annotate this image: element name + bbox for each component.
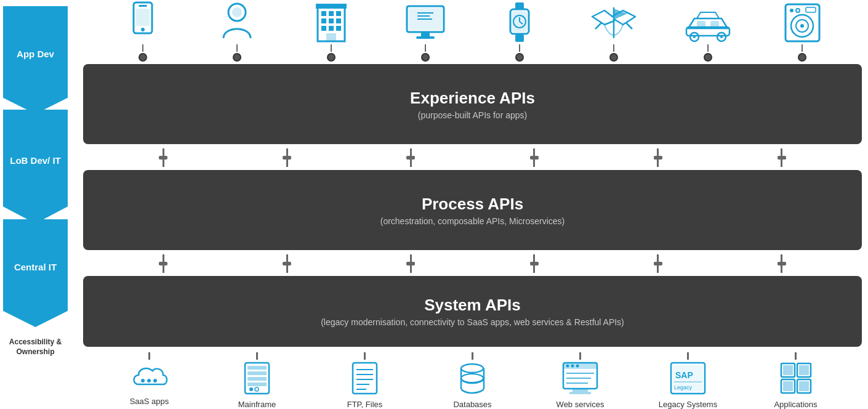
washer-icon-item [765,1,839,62]
chevron-container: App Dev LoB Dev/ IT Central IT Accessibi… [0,0,74,357]
svg-rect-27 [515,34,524,42]
legacy-label: Legacy Systems [659,400,717,409]
svg-rect-46 [806,7,816,12]
svg-rect-16 [326,33,336,41]
pin-4 [497,148,571,167]
chevron-app-dev: App Dev [3,6,68,114]
washer-icon [782,1,822,44]
mainframe-icon [240,360,274,397]
svg-point-5 [232,7,242,17]
system-apis-subtitle: (legacy modernisation, connectivity to S… [321,317,624,327]
pin-11 [621,254,695,273]
web-services-item: Web services [544,352,617,409]
pin-8 [250,254,324,273]
top-icons-row [83,0,862,62]
pin-3 [374,148,448,167]
svg-point-2 [141,28,145,31]
svg-rect-21 [416,36,435,39]
saas-label: SaaS apps [130,397,169,406]
pin-2 [250,148,324,167]
pin-6 [745,148,819,167]
connectors-mid-2 [83,253,862,275]
saas-apps-item: SaaS apps [113,352,187,406]
svg-point-47 [141,379,145,383]
mainframe-item: Mainframe [220,352,294,409]
handshake-icon [589,1,638,44]
chevron-lob-dev: LoB Dev/ IT [3,110,68,224]
watch-icon-item [483,1,557,62]
svg-point-68 [571,365,574,368]
svg-rect-38 [697,21,705,27]
svg-point-37 [720,36,723,38]
svg-point-44 [790,9,794,12]
pin-9 [374,254,448,273]
desktop-icon [404,1,447,44]
svg-rect-1 [139,5,147,7]
building-icon-item [294,1,368,62]
user-persona-icon-item [200,1,274,62]
svg-text:SAP: SAP [675,370,693,380]
svg-point-35 [693,36,696,38]
svg-rect-23 [417,15,430,17]
pin-1 [126,148,200,167]
chevron-app-dev-label: App Dev [12,49,59,59]
content-area: Experience APIs (purpose-built APIs for … [80,0,868,409]
svg-rect-74 [569,392,591,394]
svg-rect-51 [247,366,267,370]
svg-rect-53 [247,377,267,381]
svg-point-63 [461,364,483,373]
left-sidebar: App Dev LoB Dev/ IT Central IT Accessibi… [0,0,80,409]
watch-icon [504,1,535,44]
pin-12 [745,254,819,273]
svg-point-69 [576,365,579,368]
svg-point-55 [249,387,253,391]
process-apis-subtitle: (orchestration, composable APIs, Microse… [380,216,565,226]
svg-rect-11 [329,18,334,23]
legacy-systems-item: SAP Legacy Legacy Systems [651,352,725,409]
pin-5 [621,148,695,167]
legacy-icon: SAP Legacy [668,360,708,397]
experience-apis-title: Experience APIs [410,89,535,108]
chevron-central-it-label: Central IT [9,262,62,272]
api-layers: Experience APIs (purpose-built APIs for … [83,62,862,349]
system-apis-block: System APIs (legacy modernisation, conne… [83,276,862,347]
database-icon [456,360,489,397]
svg-rect-52 [247,371,267,375]
mobile-device-icon-item [106,1,180,62]
svg-point-56 [255,387,259,391]
svg-rect-86 [783,381,793,391]
svg-rect-39 [710,21,719,27]
experience-apis-subtitle: (purpose-built APIs for apps) [410,110,535,120]
svg-point-49 [153,379,157,383]
system-apis-title: System APIs [321,296,624,315]
svg-text:Legacy: Legacy [674,384,693,391]
applications-item: Applications [759,352,833,409]
svg-rect-12 [336,18,341,23]
chevron-central-it: Central IT [3,219,68,327]
svg-rect-14 [329,26,334,31]
files-icon [348,360,382,397]
svg-rect-17 [316,4,347,9]
svg-point-45 [796,9,800,12]
applications-icon [778,360,814,397]
svg-point-48 [147,379,151,383]
desktop-icon-item [388,1,462,62]
applications-label: Applications [774,400,817,409]
svg-rect-13 [321,26,326,31]
svg-point-67 [566,365,569,368]
svg-rect-24 [417,18,432,20]
experience-apis-block: Experience APIs (purpose-built APIs for … [83,64,862,144]
car-icon-item [671,5,745,62]
mobile-icon [127,1,158,44]
bottom-icons-row: SaaS apps Mainframe [95,352,850,409]
svg-rect-15 [336,26,341,31]
svg-rect-22 [417,12,433,14]
databases-label: Databases [453,400,491,409]
svg-rect-54 [247,383,267,386]
svg-rect-84 [783,365,793,375]
svg-rect-10 [321,18,326,23]
svg-rect-3 [136,9,150,26]
mainframe-label: Mainframe [238,400,276,409]
process-apis-block: Process APIs (orchestration, composable … [83,170,862,250]
car-icon [683,5,733,42]
